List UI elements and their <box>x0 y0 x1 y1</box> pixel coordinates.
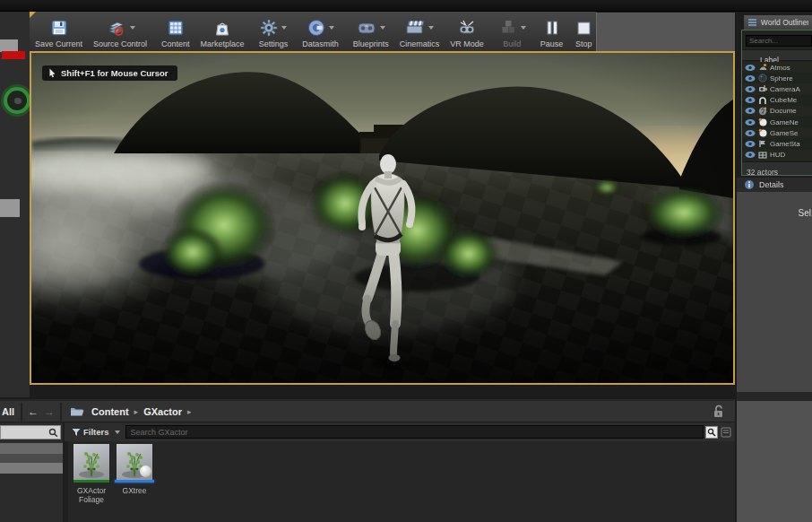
datasmith-icon <box>307 18 326 38</box>
vr-headset-icon <box>457 18 477 38</box>
save-all-button-clipped[interactable]: All <box>2 406 14 417</box>
back-arrow-button[interactable]: ← <box>28 405 39 418</box>
folder-icon <box>70 405 84 417</box>
outliner-row[interactable]: GameSe <box>742 127 812 138</box>
asset-type-bar-blue <box>115 480 154 483</box>
actor-count-bar: 32 actors <box>742 161 812 175</box>
outliner-search-input[interactable] <box>746 35 812 47</box>
outliner-row[interactable]: HUD <box>742 150 812 161</box>
game-state-icon <box>758 139 767 148</box>
cursor-arrow-icon <box>48 68 56 78</box>
unreal-editor-window: Save Current Source Control Content Mark… <box>0 0 812 522</box>
content-browser-nav: All ← → Content ▸ GXactor ▸ <box>0 401 735 422</box>
outliner-row[interactable]: Atmos <box>742 62 812 73</box>
outliner-row[interactable]: CubeMe <box>742 95 812 106</box>
datasmith-button[interactable]: Datasmith <box>297 12 344 51</box>
outliner-list-icon <box>747 18 757 27</box>
marketplace-button[interactable]: Marketplace <box>195 12 250 51</box>
visibility-eye-icon[interactable] <box>745 118 756 126</box>
simulation-status-icon <box>4 87 30 114</box>
cinematics-label: Cinematics <box>400 39 440 48</box>
main-toolbar: Save Current Source Control Content Mark… <box>30 12 596 51</box>
outliner-row[interactable]: Sphere <box>742 73 812 83</box>
visibility-eye-icon[interactable] <box>745 107 756 115</box>
breadcrumb-separator-icon: ▸ <box>134 407 139 416</box>
lock-open-icon <box>713 405 724 418</box>
visibility-eye-icon[interactable] <box>745 151 756 159</box>
sources-list-item[interactable] <box>0 443 63 454</box>
breadcrumb-content[interactable]: Content <box>91 406 129 417</box>
marketplace-icon <box>212 18 232 38</box>
cinematics-clapper-icon <box>404 18 426 38</box>
lock-browser-button[interactable] <box>713 405 724 422</box>
world-outliner-panel: Label Atmos Sphere CameraA CubeMe Docume… <box>741 30 812 176</box>
source-control-label: Source Control <box>93 39 147 48</box>
hud-icon <box>758 151 767 160</box>
blueprints-button[interactable]: Blueprints <box>348 12 394 51</box>
breadcrumb-separator-icon: ▸ <box>187 407 192 416</box>
stop-button[interactable]: Stop <box>568 12 599 51</box>
filters-label: Filters <box>83 427 109 437</box>
visibility-eye-icon[interactable] <box>745 129 756 137</box>
asset-gxtree[interactable]: GXtree <box>115 444 154 495</box>
sky-sphere-icon <box>758 74 767 83</box>
source-control-button[interactable]: Source Control <box>88 12 152 51</box>
forward-arrow-button[interactable]: → <box>44 405 55 418</box>
tab-details[interactable]: Details <box>737 178 812 192</box>
stop-icon <box>574 18 593 38</box>
search-magnifier-button[interactable] <box>705 426 718 439</box>
content-browser: All ← → Content ▸ GXactor ▸ <box>0 399 735 522</box>
dropdown-caret-icon <box>281 26 287 30</box>
settings-button[interactable]: Settings <box>254 12 294 51</box>
blueprints-icon <box>356 18 377 38</box>
asset-thumbnail <box>73 444 109 480</box>
visibility-eye-icon[interactable] <box>745 64 756 72</box>
documentation-icon <box>758 107 767 116</box>
left-panel-tab-lower[interactable] <box>0 199 20 217</box>
filter-search-bar: Filters <box>65 422 735 441</box>
game-viewport[interactable]: Shift+F1 for Mouse Cursor <box>30 51 735 385</box>
outliner-row[interactable]: CameraA <box>742 83 812 94</box>
content-button[interactable]: Content <box>156 12 195 51</box>
asset-search-input[interactable] <box>125 425 704 439</box>
cinematics-button[interactable]: Cinematics <box>394 12 445 51</box>
outliner-column-header[interactable]: Label <box>742 49 812 61</box>
left-red-indicator <box>2 51 25 59</box>
sources-list-item[interactable] <box>0 463 63 474</box>
outliner-row[interactable]: Docume <box>742 106 812 117</box>
visibility-eye-icon[interactable] <box>745 74 756 83</box>
save-current-button[interactable]: Save Current <box>30 12 88 51</box>
search-icon <box>48 428 58 438</box>
outliner-row[interactable]: GameSta <box>742 138 812 149</box>
sources-search-field[interactable] <box>0 425 61 439</box>
breadcrumb-gxactor[interactable]: GXactor <box>143 406 182 417</box>
game-actor-icon <box>758 117 767 126</box>
tab-world-outliner[interactable]: World Outliner <box>744 15 812 30</box>
visibility-eye-icon[interactable] <box>745 85 756 93</box>
dropdown-caret-icon <box>428 26 434 30</box>
details-panel-body: Sel <box>737 192 812 392</box>
settings-gear-icon <box>259 18 279 38</box>
marketplace-label: Marketplace <box>201 39 245 48</box>
panel-divider <box>737 392 812 401</box>
dropdown-caret-icon <box>130 26 135 30</box>
world-outliner-title: World Outliner <box>761 18 808 27</box>
sources-list-item[interactable] <box>0 454 63 463</box>
visibility-eye-icon[interactable] <box>745 140 756 148</box>
filters-button[interactable]: Filters <box>72 427 120 437</box>
pause-button[interactable]: Pause <box>535 12 569 51</box>
vr-mode-label: VR Mode <box>450 39 484 48</box>
nav-separator <box>60 403 62 421</box>
dropdown-caret-icon <box>380 26 385 30</box>
nav-separator <box>21 403 22 421</box>
cube-mesh-icon <box>758 96 767 105</box>
left-panel-tab[interactable] <box>0 39 18 52</box>
window-title-bar <box>0 0 812 12</box>
save-search-icon[interactable] <box>721 427 731 438</box>
asset-gxactor-foliage[interactable]: GXActorFoliage <box>72 444 111 504</box>
toolbar-empty-area <box>596 13 735 51</box>
left-panel-edge <box>0 12 30 397</box>
vr-mode-button[interactable]: VR Mode <box>445 12 489 51</box>
visibility-eye-icon[interactable] <box>745 96 756 104</box>
outliner-row[interactable]: GameNe <box>742 117 812 127</box>
